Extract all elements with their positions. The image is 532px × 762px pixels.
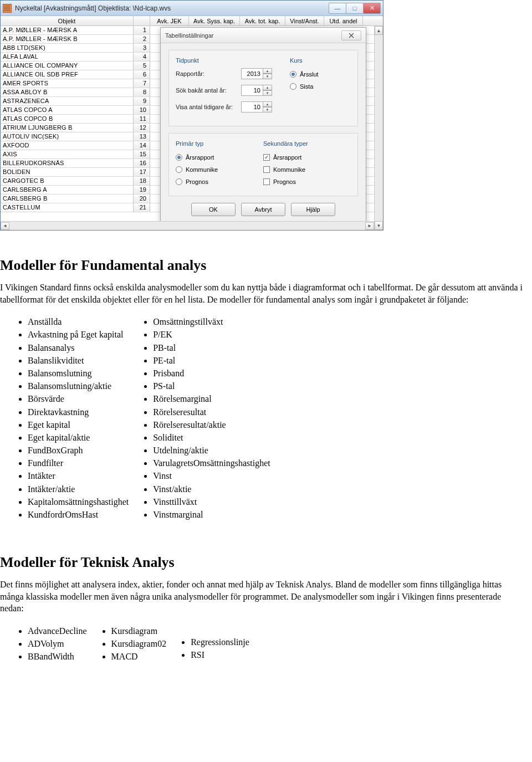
col-avk-tot[interactable]: Avk. tot. kap. xyxy=(240,16,285,25)
cell-name: ASTRAZENECA xyxy=(1,97,134,105)
cell-name: AMER SPORTS xyxy=(1,79,134,88)
radio-prognos[interactable]: Prognos xyxy=(176,176,263,188)
radio-sista[interactable]: Sista xyxy=(290,80,351,93)
minimize-button[interactable]: — xyxy=(329,3,346,14)
radio-icon xyxy=(176,154,182,161)
check-kommunike[interactable]: Kommunike xyxy=(263,163,351,176)
horizontal-scrollbar[interactable]: ◄ ► xyxy=(1,221,374,230)
cell-name: AXIS xyxy=(1,150,134,158)
heading-fundamental: Modeller för Fundamental analys xyxy=(0,257,524,274)
help-button[interactable]: Hjälp xyxy=(291,203,335,216)
radio-label: Kommunike xyxy=(186,166,218,173)
spin-down-icon[interactable]: ▼ xyxy=(263,74,272,79)
spin-down-icon[interactable]: ▼ xyxy=(263,107,272,112)
list-item: ADVolym xyxy=(28,637,87,650)
cell-name: ABB LTD(SEK) xyxy=(1,44,134,52)
check-label: Årsrapport xyxy=(273,154,301,161)
radio-kommunike[interactable]: Kommunike xyxy=(176,163,263,176)
check-arsrapport[interactable]: ✓ Årsrapport xyxy=(263,151,351,163)
list-item: Kapitalomsättningshastighet xyxy=(28,495,129,508)
scroll-down-icon[interactable]: ▼ xyxy=(375,221,383,230)
maximize-button[interactable]: □ xyxy=(346,3,364,14)
radio-label: Prognos xyxy=(186,178,208,185)
window-controls: — □ ✕ xyxy=(329,3,381,14)
cell-index: 2 xyxy=(134,35,150,43)
col-avk-jek[interactable]: Avk. JEK xyxy=(150,16,189,25)
list-item: VarulagretsOmsättningshastighet xyxy=(153,457,270,469)
cell-name: ALLIANCE OIL COMPANY xyxy=(1,62,134,70)
list-item: BBandWidth xyxy=(28,650,87,663)
dialog-close-button[interactable] xyxy=(341,30,361,40)
spin-up-icon[interactable]: ▲ xyxy=(263,85,272,90)
cell-name: ATLAS COPCO B xyxy=(1,115,134,123)
cell-name: A.P. MØLLER - MÆRSK A xyxy=(1,26,134,34)
cell-index: 19 xyxy=(134,186,150,194)
cell-index: 20 xyxy=(134,195,150,203)
cell-index: 5 xyxy=(134,62,150,70)
close-button[interactable]: ✕ xyxy=(363,3,381,14)
check-prognos[interactable]: Prognos xyxy=(263,176,351,188)
radio-arsslut[interactable]: Årsslut xyxy=(290,68,351,80)
list-item: Kursdiagram xyxy=(111,625,167,637)
spin-up-icon[interactable]: ▲ xyxy=(263,68,272,74)
col-objekt[interactable]: Objekt xyxy=(1,16,134,25)
sok-spinner[interactable]: ▲▼ xyxy=(241,85,272,96)
list-item: Balansomslutning/aktie xyxy=(28,380,129,392)
list-item: Vinst xyxy=(153,469,270,482)
cell-index: 16 xyxy=(134,159,150,167)
vertical-scrollbar[interactable]: ▲ ▼ xyxy=(374,26,383,230)
radio-icon xyxy=(290,71,296,78)
scroll-track[interactable] xyxy=(375,35,383,221)
cell-name: CARLSBERG A xyxy=(1,186,134,194)
fundamental-list-right: OmsättningstillväxtP/EKPB-talPE-talPrisb… xyxy=(145,315,270,521)
dialog-body: Tidpunkt Rapportår: ▲▼ Sök bakåt antal å… xyxy=(161,43,366,228)
list-item: AdvanceDecline xyxy=(28,625,87,637)
cell-index: 14 xyxy=(134,141,150,150)
list-item: Vinsttillväxt xyxy=(153,495,270,508)
cancel-button[interactable]: Avbryt xyxy=(241,203,285,216)
cell-name: BOLIDEN xyxy=(1,168,134,176)
list-item: Balansomslutning xyxy=(28,367,129,380)
col-utd-andel[interactable]: Utd. andel xyxy=(324,16,363,25)
visa-input[interactable] xyxy=(241,101,263,112)
group-head-tidpunkt: Tidpunkt xyxy=(176,57,290,64)
spin-up-icon[interactable]: ▲ xyxy=(263,101,272,107)
list-item: Balansanalys xyxy=(28,341,129,354)
window-body: Objekt Avk. JEK Avk. Syss. kap. Avk. tot… xyxy=(1,16,383,230)
radio-label: Årsslut xyxy=(300,71,319,78)
sok-input[interactable] xyxy=(241,85,263,96)
scroll-track[interactable] xyxy=(9,222,365,230)
cell-index: 17 xyxy=(134,168,150,176)
column-headers: Objekt Avk. JEK Avk. Syss. kap. Avk. tot… xyxy=(1,16,383,26)
col-vinst-anst[interactable]: Vinst/Anst. xyxy=(285,16,324,25)
list-item: RSI xyxy=(191,648,249,661)
cell-name: ASSA ABLOY B xyxy=(1,88,134,96)
scroll-left-icon[interactable]: ◄ xyxy=(1,222,9,230)
scroll-up-icon[interactable]: ▲ xyxy=(375,26,383,35)
radio-label: Årsrapport xyxy=(186,154,214,161)
list-item: Fundfilter xyxy=(28,457,129,469)
col-avk-syss[interactable]: Avk. Syss. kap. xyxy=(189,16,240,25)
cell-name: BILLERUDKORSNÄS xyxy=(1,159,134,167)
list-item: PS-tal xyxy=(153,380,270,392)
visa-spinner[interactable]: ▲▼ xyxy=(241,101,272,112)
cell-name: CARLSBERG B xyxy=(1,195,134,203)
ok-button[interactable]: OK xyxy=(191,203,236,216)
technical-list-col1: AdvanceDeclineADVolymBBandWidth xyxy=(20,625,87,663)
radio-arsrapport[interactable]: Årsrapport xyxy=(176,151,263,163)
spin-down-icon[interactable]: ▼ xyxy=(263,90,272,96)
list-item: Intäkter/aktie xyxy=(28,483,129,495)
cell-index: 3 xyxy=(134,44,150,52)
rapportar-spinner[interactable]: ▲▼ xyxy=(241,68,272,79)
list-item: Kursdiagram02 xyxy=(111,637,167,650)
cell-index: 11 xyxy=(134,115,150,123)
cell-name: ATRIUM LJUNGBERG B xyxy=(1,124,134,132)
checkbox-icon xyxy=(263,166,270,173)
list-item: Eget kapital/aktie xyxy=(28,431,129,444)
list-item: Anställda xyxy=(28,315,129,328)
rapportar-input[interactable] xyxy=(241,68,263,79)
scroll-right-icon[interactable]: ► xyxy=(365,222,374,230)
paragraph-fundamental: I Vikingen Standard finns också enskilda… xyxy=(0,282,524,305)
list-item: MACD xyxy=(111,650,167,663)
list-item: Rörelsemarginal xyxy=(153,392,270,405)
